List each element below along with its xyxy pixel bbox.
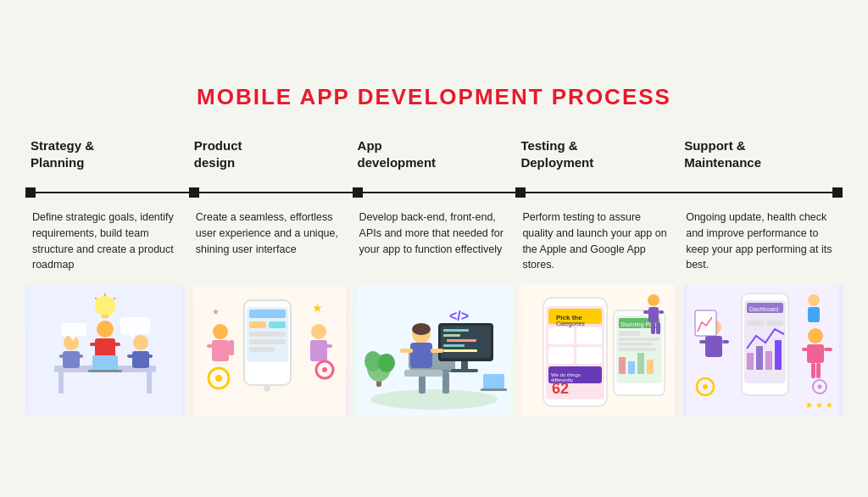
desc-support: Ongoing update, health check and improve… <box>679 209 843 273</box>
svg-rect-85 <box>576 327 602 344</box>
image-appdev: </> <box>354 285 514 416</box>
image-strategy <box>25 285 185 416</box>
svg-text:★: ★ <box>826 400 833 410</box>
svg-rect-96 <box>619 331 640 336</box>
svg-rect-38 <box>212 340 229 361</box>
step-title-testing: Testing &Deployment <box>520 137 674 170</box>
svg-text:★: ★ <box>212 307 220 316</box>
svg-rect-13 <box>132 351 149 368</box>
svg-rect-26 <box>88 370 122 372</box>
svg-rect-58 <box>443 329 469 332</box>
svg-text:★: ★ <box>815 400 823 410</box>
svg-rect-10 <box>90 343 100 346</box>
step-title-appdev: Appdevelopment <box>358 137 511 170</box>
svg-point-47 <box>322 367 327 372</box>
svg-rect-123 <box>699 340 708 343</box>
desc-strategy: Define strategic goals, identify require… <box>25 209 189 273</box>
svg-rect-117 <box>765 351 772 370</box>
step-title-support: Support &Maintenance <box>684 137 837 170</box>
svg-rect-87 <box>576 347 602 364</box>
svg-text:★: ★ <box>805 400 813 410</box>
svg-point-37 <box>213 324 228 339</box>
svg-text:</>: </> <box>449 309 469 323</box>
product-svg: ★ ★ <box>190 285 349 416</box>
step-header-support: Support &Maintenance <box>679 137 843 177</box>
svg-text:Stunning Power of: Stunning Power of <box>620 321 669 328</box>
svg-point-51 <box>370 389 498 410</box>
svg-rect-97 <box>619 338 659 341</box>
desc-testing: Perform testing to assure quality and la… <box>515 209 679 273</box>
svg-rect-105 <box>648 307 659 322</box>
timeline-dot-1 <box>25 187 36 198</box>
svg-text:62: 62 <box>552 380 569 397</box>
svg-point-104 <box>648 294 659 306</box>
svg-rect-102 <box>637 353 644 374</box>
timeline-dot-2 <box>189 187 199 198</box>
svg-rect-54 <box>442 372 449 394</box>
step-header-product: Productdesign <box>189 137 353 177</box>
svg-rect-39 <box>207 344 215 348</box>
svg-rect-128 <box>802 348 810 351</box>
svg-point-137 <box>818 385 822 389</box>
svg-rect-127 <box>807 344 824 363</box>
svg-rect-32 <box>269 321 286 328</box>
svg-point-36 <box>264 385 270 392</box>
svg-rect-119 <box>747 321 764 326</box>
svg-line-19 <box>95 298 97 299</box>
svg-rect-133 <box>808 307 820 322</box>
timeline-dot-4 <box>515 187 526 198</box>
svg-rect-100 <box>619 357 626 374</box>
svg-rect-6 <box>59 355 68 358</box>
svg-rect-106 <box>643 310 652 314</box>
svg-rect-69 <box>400 349 413 353</box>
timeline-dot-3 <box>353 187 363 198</box>
dot-4 <box>515 187 679 198</box>
svg-rect-108 <box>651 322 655 334</box>
step-title-strategy: Strategy &Planning <box>31 137 184 170</box>
svg-rect-3 <box>147 372 152 394</box>
svg-rect-103 <box>647 360 654 374</box>
step-title-product: Productdesign <box>194 137 348 170</box>
image-product: ★ ★ <box>190 285 349 416</box>
svg-text:Dashboard: Dashboard <box>749 306 778 312</box>
svg-text:★: ★ <box>312 301 323 315</box>
timeline-bar <box>25 187 843 198</box>
svg-rect-43 <box>324 344 332 348</box>
description-row: Define strategic goals, identify require… <box>25 209 843 273</box>
svg-rect-130 <box>811 363 815 378</box>
svg-rect-42 <box>310 340 327 361</box>
svg-rect-7 <box>75 355 83 358</box>
svg-point-126 <box>808 328 823 343</box>
svg-rect-68 <box>410 343 432 368</box>
dot-3 <box>353 187 516 198</box>
svg-rect-11 <box>110 343 120 346</box>
svg-point-45 <box>215 375 222 382</box>
step-header-appdev: Appdevelopment <box>353 137 516 177</box>
main-container: MOBILE APP DEVELOPMENT PROCESS Strategy … <box>0 60 868 437</box>
appdev-svg: </> <box>354 285 514 416</box>
timeline-section: Strategy &Planning Productdesign Appdeve… <box>25 137 843 416</box>
svg-rect-124 <box>722 340 729 343</box>
svg-text:Categories: Categories <box>556 321 585 327</box>
svg-rect-116 <box>756 346 763 370</box>
svg-point-135 <box>703 384 708 389</box>
svg-rect-129 <box>824 348 832 351</box>
desc-product: Create a seamless, effortless user exper… <box>189 209 353 273</box>
step-header-strategy: Strategy &Planning <box>25 137 189 177</box>
svg-rect-122 <box>705 336 722 357</box>
svg-rect-30 <box>249 310 286 318</box>
svg-rect-21 <box>120 317 150 334</box>
support-svg: Dashboard <box>683 285 843 416</box>
svg-rect-98 <box>619 343 653 346</box>
dot-5 <box>679 187 843 198</box>
strategy-svg <box>25 285 185 416</box>
svg-rect-107 <box>659 310 664 314</box>
svg-rect-5 <box>63 351 80 368</box>
dot-1 <box>25 187 189 198</box>
svg-rect-125 <box>695 310 716 336</box>
timeline-dots <box>25 187 843 198</box>
svg-rect-65 <box>451 369 478 372</box>
svg-point-75 <box>378 354 395 372</box>
svg-rect-115 <box>747 353 754 370</box>
svg-rect-33 <box>249 332 286 337</box>
